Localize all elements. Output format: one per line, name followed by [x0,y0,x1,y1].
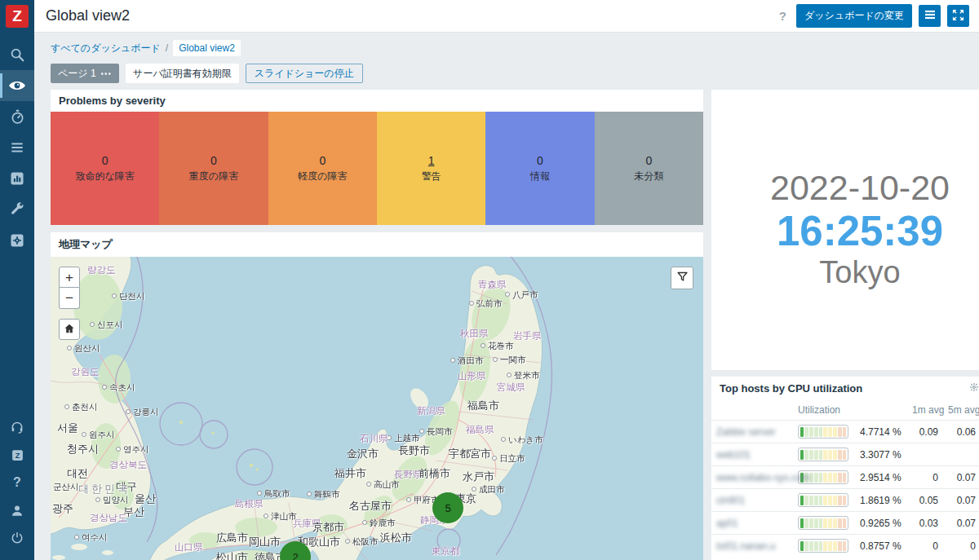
map-label: 島根県 [235,498,264,510]
search-icon [8,46,26,64]
map-label: 登米市 [507,370,540,381]
sidebar-item-inventory[interactable] [0,132,34,163]
map-label: 金沢市 [347,447,379,461]
host-link[interactable]: Zabbix server [716,426,776,438]
map-label: 대전 [67,466,88,481]
sidebar-item-administration[interactable] [0,225,34,256]
map-label: 신포시 [90,320,123,331]
map-label: 一関市 [493,355,526,366]
map-label: 石川県 [360,433,388,445]
map-label: 名古屋市 [349,499,392,514]
avg-5m [943,443,979,466]
map-label: 浜松市 [380,531,412,545]
zabbix-logo[interactable]: Z [6,5,29,28]
expand-icon [952,9,964,24]
map-label: 岩手県 [513,330,542,342]
sidebar-item-signout[interactable] [0,524,34,552]
svg-text:Z: Z [15,452,20,460]
map-zoom-out-button[interactable]: − [59,288,80,309]
sidebar-item-user-settings[interactable] [0,496,34,524]
geomap-canvas[interactable]: 량강도단천시신포시원산시강원도속초시춘천시강릉시서울원주시청주시영주시경상북도대… [51,257,703,560]
dashboard-menu-button[interactable] [919,5,941,27]
severity-label: 致命的な障害 [76,170,135,183]
widget-title: Problems by severity [59,95,166,107]
headset-icon [10,420,24,434]
help-icon[interactable]: ? [776,9,790,23]
fullscreen-button[interactable] [947,5,969,27]
host-link[interactable]: ap01 [716,518,738,529]
host-link[interactable]: www.collabo-sys.com [716,472,810,483]
sidebar-item-configuration[interactable] [0,194,34,225]
sidebar: Z [0,0,34,560]
severity-box: 0未分類 [595,112,703,225]
map-label: 八戸市 [505,289,538,301]
table-row: www.collabo-sys.com2.9514 %00.070 [711,466,979,489]
map-label: 松阪市 [345,536,379,548]
map-label: 水戸市 [463,470,494,484]
sidebar-item-reports[interactable] [0,163,34,194]
map-label: 경상남도 [90,512,127,524]
tab-server-cert[interactable]: サーバ証明書有効期限 [126,64,239,83]
map-label: 酒田市 [450,355,484,367]
map-label: 長岡市 [419,426,453,438]
sidebar-item-help[interactable]: ? [0,469,34,496]
map-label: 영주시 [116,444,149,456]
map-label: 원주시 [82,430,115,441]
utilization-value: 4.7714 % [855,421,907,443]
severity-box: 0軽度の障害 [268,112,377,225]
widget-title: 地理マップ [59,237,113,252]
avg-5m: 0.06 [943,421,979,443]
host-link[interactable]: web101 [716,449,751,461]
map-label: 宮城県 [497,381,525,394]
column-header [855,400,907,421]
breadcrumb-all-dashboards-link[interactable]: すべてのダッシュボード [51,42,161,55]
sidebar-item-monitoring[interactable] [0,70,34,101]
clock-time: 16:25:39 [777,209,943,254]
map-label: 新潟県 [417,405,445,417]
map-label: 松山市 [216,550,248,560]
edit-dashboard-button[interactable]: ダッシュボードの変更 [796,4,912,28]
tab-more-icon[interactable]: ••• [101,69,113,78]
map-cluster-marker[interactable]: 5 [432,492,463,523]
table-row: web1013.3077 % [711,443,979,466]
map-label: 鈴鹿市 [362,518,396,529]
map-label: 福島県 [466,424,494,436]
map-label: 弘前市 [469,298,503,310]
map-label: 경상북도 [109,459,147,471]
stop-slideshow-button[interactable]: スライドショーの停止 [246,64,363,83]
widget-gear-icon[interactable] [968,381,979,395]
utilization-value: 3.3077 % [855,443,907,466]
severity-box: 0重度の障害 [159,112,268,225]
map-home-button[interactable] [59,319,80,340]
sidebar-item-search[interactable] [0,39,34,70]
sidebar-item-services[interactable] [0,101,34,132]
host-link[interactable]: cln901 [716,495,745,506]
table-row: cln9011.8619 %0.050.070 [711,489,979,512]
utilization-gauge [798,448,848,461]
map-filter-button[interactable] [671,267,693,289]
sidebar-item-integrations[interactable]: Z [0,441,34,469]
map-zoom-in-button[interactable]: + [59,267,80,288]
wrench-icon [9,201,25,218]
page-title: Global view2 [46,7,130,24]
severity-box: 1警告 [377,112,485,225]
widget-top-hosts: Top hosts by CPU utilization ••• Utiliza… [711,377,979,560]
utilization-value: 1.8619 % [855,489,907,512]
tab-page-1[interactable]: ページ 1 ••• [51,64,119,83]
map-label: 岡山市 [249,535,281,549]
severity-box: 0致命的な障害 [51,112,159,225]
map-label: 花巻市 [481,341,514,352]
severity-count: 0 [537,154,543,167]
severity-label: 情報 [530,170,550,183]
map-label: 日立市 [492,453,525,465]
bar-chart-icon [9,170,25,187]
avg-1m [907,443,943,466]
severity-count[interactable]: 1 [428,154,435,167]
sidebar-item-support[interactable] [0,413,34,441]
map-label: 춘천시 [64,402,98,413]
breadcrumb-current[interactable]: Global view2 [173,40,241,56]
map-label: 단천시 [112,291,145,302]
host-link[interactable]: tst01.nanan.u [716,540,776,552]
utilization-value: 0.9265 % [855,512,907,535]
map-label: 秋田県 [460,328,489,340]
